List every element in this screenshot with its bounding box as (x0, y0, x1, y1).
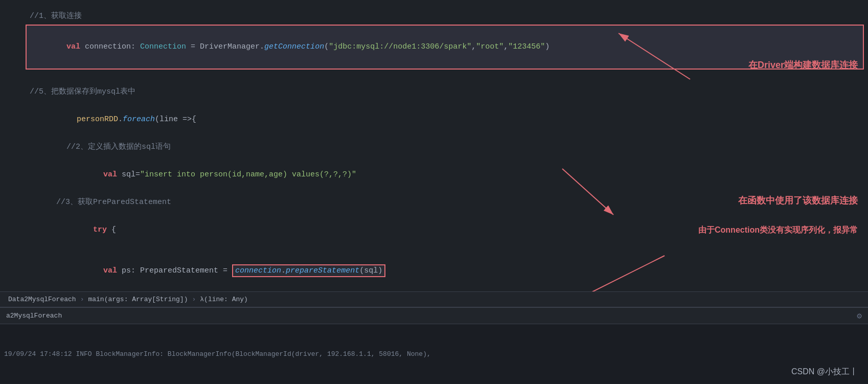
code-line-comment2: //2、定义插入数据的sql语句 (0, 140, 868, 154)
comment-5: //5、把数据保存到mysql表中 (26, 85, 868, 99)
terminal-line-1: 19/09/24 17:48:12 INFO BlockManagerInfo:… (4, 349, 864, 360)
code-line-boxed1: val connection: Connection = DriverManag… (26, 25, 864, 70)
code-line-foreach: personRDD.foreach(line =>{ (0, 99, 868, 140)
comment-1: //1、获取连接 (26, 10, 868, 23)
terminal-title: a2MysqlForeach (6, 312, 62, 320)
code-line-comment5: //5、把数据保存到mysql表中 (0, 85, 868, 99)
settings-icon[interactable]: ⚙ (857, 311, 862, 321)
breadcrumb-sep-2: › (192, 296, 196, 303)
code-editor: //1、获取连接 val connection: Connection = Dr… (0, 0, 868, 291)
annotation-middle-right: 在函数中使用了该数据库连接 (738, 194, 858, 207)
terminal-panel: a2MysqlForeach ⚙ 19/09/24 17:48:12 INFO … (0, 307, 868, 383)
empty-line-1 (0, 71, 868, 85)
boxed-line-content: val connection: Connection = DriverManag… (30, 42, 550, 64)
status-bar: Data2MysqlForeach › main(args: Array[Str… (0, 291, 868, 307)
foreach-line: personRDD.foreach(line =>{ (26, 100, 868, 140)
code-line-sql: val sql="insert into person(id,name,age)… (0, 154, 868, 195)
breadcrumb-2: main(args: Array[String]) (88, 296, 188, 303)
annotation-top-right: 在Driver端构建数据库连接 (748, 59, 858, 71)
ps-line: val ps: PreparedStatement = connection.p… (26, 251, 868, 291)
terminal-header: a2MysqlForeach ⚙ (0, 308, 868, 324)
annotation-bottom-right: 由于Connection类没有实现序列化，报异常 (698, 225, 858, 236)
breadcrumb-3: λ(line: Any) (200, 296, 248, 303)
csdn-watermark: CSDN @小技工丨 (791, 367, 858, 377)
terminal-output: 19/09/24 17:48:12 INFO BlockManagerInfo:… (0, 324, 868, 384)
comment-2: //2、定义插入数据的sql语句 (26, 141, 868, 154)
breadcrumb-sep-1: › (80, 296, 84, 303)
code-line-ps: val ps: PreparedStatement = connection.p… (0, 251, 868, 291)
sql-line: val sql="insert into person(id,name,age)… (26, 155, 868, 195)
inner-boxed-expression: connection.prepareStatement(sql) (232, 264, 385, 277)
breadcrumb-1: Data2MysqlForeach (8, 296, 76, 303)
code-line-comment1: //1、获取连接 (0, 9, 868, 24)
